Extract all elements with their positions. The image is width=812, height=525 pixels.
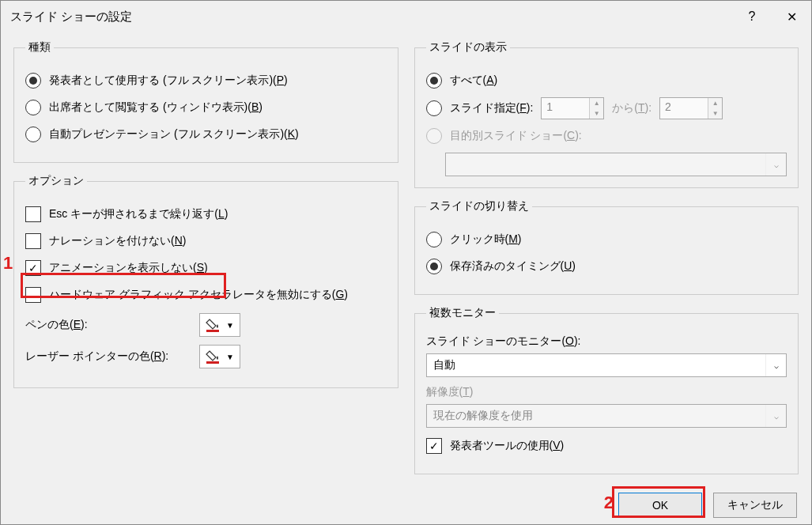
monitor-value: 自動 <box>427 358 766 372</box>
callout-1: 1 <box>3 253 13 274</box>
dialog-title: スライド ショーの設定 <box>10 9 732 25</box>
to-down[interactable]: ▼ <box>708 108 722 119</box>
chevron-down-icon: ⌵ <box>765 354 786 376</box>
close-icon: ✕ <box>787 9 797 25</box>
help-icon: ? <box>749 9 756 24</box>
chevron-down-icon: ⌵ <box>765 153 786 176</box>
custom-show-combo: ⌵ <box>445 153 787 176</box>
radio-presenter-label: 発表者として使用する (フル スクリーン表示)(P) <box>49 74 288 88</box>
advance-group: スライドの切り替え クリック時(M) 保存済みのタイミング(U) <box>414 199 799 295</box>
monitor-label: スライド ショーのモニター(O): <box>426 334 787 349</box>
check-presenter-view-label: 発表者ツールの使用(V) <box>450 439 565 453</box>
show-type-group: 種類 発表者として使用する (フル スクリーン表示)(P) 出席者として閲覧する… <box>13 40 398 163</box>
options-group: オプション Esc キーが押されるまで繰り返す(L) ナレーションを付けない(N… <box>13 174 398 388</box>
from-spinner[interactable]: 1 ▲▼ <box>541 97 604 119</box>
svg-rect-0 <box>206 330 219 332</box>
dialog-footer: 2 OK キャンセル <box>1 485 811 524</box>
options-legend: オプション <box>25 174 87 188</box>
paint-bucket-icon <box>206 317 221 333</box>
radio-all-label: すべて(A) <box>450 74 498 88</box>
show-slides-legend: スライドの表示 <box>426 40 510 55</box>
pen-color-button[interactable]: ▼ <box>199 313 240 337</box>
slideshow-settings-dialog: スライド ショーの設定 ? ✕ 種類 発表者として使用する (フル スクリーン表… <box>0 0 812 525</box>
show-slides-group: スライドの表示 すべて(A) スライド指定(F): 1 ▲▼ から(T): 2 <box>414 40 799 188</box>
radio-manual-label: クリック時(M) <box>450 232 522 247</box>
left-column: 種類 発表者として使用する (フル スクリーン表示)(P) 出席者として閲覧する… <box>13 40 398 485</box>
resolution-combo: 現在の解像度を使用 ⌵ <box>426 404 787 428</box>
resolution-label: 解像度(T) <box>426 385 787 399</box>
radio-timings[interactable] <box>426 259 442 274</box>
chevron-down-icon: ▼ <box>226 321 234 330</box>
chevron-down-icon: ▼ <box>226 353 234 361</box>
right-column: スライドの表示 すべて(A) スライド指定(F): 1 ▲▼ から(T): 2 <box>414 40 799 485</box>
from-up[interactable]: ▲ <box>590 98 603 108</box>
to-value: 2 <box>660 98 708 119</box>
pen-color-label: ペンの色(E): <box>25 318 183 332</box>
show-type-legend: 種類 <box>25 40 54 55</box>
radio-browse[interactable] <box>25 100 41 115</box>
radio-browse-label: 出席者として閲覧する (ウィンドウ表示)(B) <box>49 100 262 115</box>
radio-range-label: スライド指定(F): <box>450 101 534 115</box>
check-loop-label: Esc キーが押されるまで繰り返す(L) <box>49 207 228 221</box>
radio-kiosk[interactable] <box>25 127 41 142</box>
cancel-button[interactable]: キャンセル <box>713 493 797 518</box>
ok-button[interactable]: OK <box>618 493 702 518</box>
radio-all-slides[interactable] <box>426 73 442 89</box>
paint-bucket-icon <box>206 349 221 364</box>
radio-range[interactable] <box>426 100 442 116</box>
check-loop[interactable] <box>25 206 41 222</box>
from-down[interactable]: ▼ <box>590 108 603 119</box>
resolution-value: 現在の解像度を使用 <box>427 409 766 423</box>
laser-color-label: レーザー ポインターの色(R): <box>25 349 183 364</box>
svg-rect-1 <box>206 361 219 364</box>
to-spinner[interactable]: 2 ▲▼ <box>659 97 723 119</box>
laser-color-button[interactable]: ▼ <box>199 345 240 368</box>
check-no-narration[interactable] <box>25 233 41 249</box>
help-button[interactable]: ? <box>732 1 772 32</box>
callout-2: 2 <box>604 493 614 513</box>
from-value: 1 <box>542 98 589 119</box>
radio-kiosk-label: 自動プレゼンテーション (フル スクリーン表示)(K) <box>49 127 299 142</box>
chevron-down-icon: ⌵ <box>765 405 786 427</box>
radio-timings-label: 保存済みのタイミング(U) <box>450 259 576 274</box>
check-no-animation-label: アニメーションを表示しない(S) <box>49 261 208 275</box>
close-button[interactable]: ✕ <box>772 1 811 32</box>
titlebar: スライド ショーの設定 ? ✕ <box>1 1 811 32</box>
monitor-combo[interactable]: 自動 ⌵ <box>426 353 787 377</box>
to-label: から(T): <box>612 101 651 115</box>
advance-legend: スライドの切り替え <box>426 199 532 213</box>
radio-presenter[interactable] <box>25 73 41 89</box>
check-presenter-view[interactable] <box>426 438 442 454</box>
radio-manual[interactable] <box>426 232 442 247</box>
radio-custom-show <box>426 128 442 144</box>
monitor-group: 複数モニター スライド ショーのモニター(O): 自動 ⌵ 解像度(T) 現在の… <box>414 306 799 474</box>
check-no-hw-accel-label: ハードウェア グラフィック アクセラレータを無効にする(G) <box>49 288 348 302</box>
check-no-hw-accel[interactable] <box>25 287 41 303</box>
to-up[interactable]: ▲ <box>708 98 722 108</box>
check-no-narration-label: ナレーションを付けない(N) <box>49 234 186 248</box>
check-no-animation[interactable] <box>25 260 41 276</box>
monitor-legend: 複数モニター <box>426 306 499 320</box>
radio-custom-label: 目的別スライド ショー(C): <box>450 129 582 143</box>
